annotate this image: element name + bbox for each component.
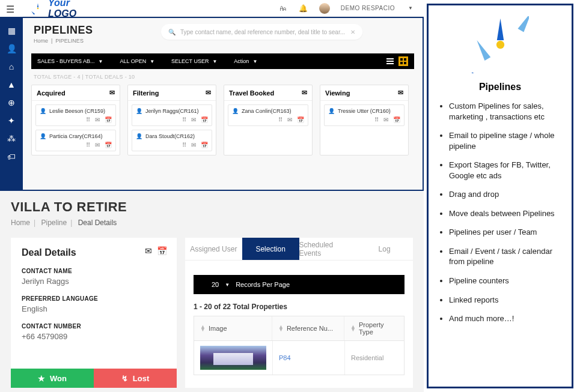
drag-icon[interactable]: ⠿ xyxy=(374,116,379,123)
deal-card[interactable]: 👤Dara Stoudt(CR162) ⠿ ✉ 📅 xyxy=(132,130,212,151)
filter-user[interactable]: SELECT USER▼ xyxy=(171,58,217,64)
deal-breadcrumb: Home| Pipeline| Deal Details xyxy=(11,219,413,227)
drag-icon[interactable]: ⠿ xyxy=(86,142,90,148)
crumb-home[interactable]: Home xyxy=(11,219,30,227)
drag-icon[interactable]: ⠿ xyxy=(278,116,282,123)
mail-icon[interactable]: ✉ xyxy=(383,116,388,123)
deal-card[interactable]: 👤Zana Conlin(CR163) ⠿ ✉ 📅 xyxy=(228,104,308,126)
tab-assigned[interactable]: Assigned User xyxy=(185,238,242,260)
nav-dashboard-icon[interactable]: ▦ xyxy=(0,22,23,40)
label-number: CONTACT NUMBER xyxy=(22,323,166,330)
crumb-home[interactable]: Home xyxy=(34,38,48,44)
left-nav: ▦ 👤 ⌂ ▲ ⊕ ✦ ⁂ 🏷 xyxy=(0,17,23,191)
lost-button[interactable]: ↯Lost xyxy=(94,369,177,388)
col-image[interactable]: ▲▼Image xyxy=(194,316,272,340)
deal-card[interactable]: 👤Leslie Beeson (CR159) ⠿ ✉ 📅 xyxy=(35,104,116,126)
pipelines-panel: PIPELINES Home | PIPELINES 🔍 Type contac… xyxy=(23,17,424,191)
drag-icon[interactable]: ⠿ xyxy=(86,116,90,123)
tab-log[interactable]: Log xyxy=(356,238,413,260)
deal-details-card: Deal Details ✉ 📅 CONTACT NAME Jerilyn Ra… xyxy=(11,238,177,388)
envelope-icon[interactable]: ✉ xyxy=(398,89,403,97)
records-per-page[interactable]: 20 ▼ Records Per Page xyxy=(194,275,405,294)
user-dropdown-icon[interactable]: ▼ xyxy=(406,4,415,13)
drag-icon[interactable]: ⠿ xyxy=(182,142,186,148)
property-table: ▲▼Image ▲▼Reference Nu... ▲▼Property Typ… xyxy=(194,316,405,375)
nav-user-icon[interactable]: ▲ xyxy=(0,76,23,94)
deal-details-title: Deal Details xyxy=(22,247,166,258)
menu-toggle[interactable]: ☰ xyxy=(6,4,14,15)
nav-org-icon[interactable]: ⁂ xyxy=(0,130,23,148)
search-icon: 🔍 xyxy=(168,29,176,35)
info-item: Custom Pipelines for sales, marketing , … xyxy=(449,101,567,122)
deal-name: Leslie Beeson (CR159) xyxy=(49,108,105,114)
filter-open[interactable]: ALL OPEN▼ xyxy=(120,58,154,64)
info-item: Move deals between Pipelines xyxy=(449,208,567,219)
avatar[interactable] xyxy=(319,3,330,14)
mail-icon[interactable]: ✉ xyxy=(95,142,100,148)
person-icon: 👤 xyxy=(136,133,142,139)
nav-home-icon[interactable]: ⌂ xyxy=(0,58,23,76)
crumb-current: PIPELINES xyxy=(55,38,84,44)
deal-card[interactable]: 👤Jerilyn Raggs(CR161) ⠿ ✉ 📅 xyxy=(132,104,212,126)
deal-card[interactable]: 👤Tressie Utter (CR160) ⠿ ✉ 📅 xyxy=(324,104,405,126)
calendar-icon[interactable]: 📅 xyxy=(393,116,400,123)
mail-icon[interactable]: ✉ xyxy=(191,142,196,148)
search-input[interactable]: 🔍 Type contact name, deal reference numb… xyxy=(161,24,362,40)
translate-icon[interactable]: 🗛 xyxy=(278,4,288,13)
user-name[interactable]: DEMO RESPACIO xyxy=(341,5,395,11)
envelope-icon[interactable]: ✉ xyxy=(302,89,307,97)
crumb-pipeline[interactable]: Pipeline xyxy=(41,219,67,227)
tab-events[interactable]: Scheduled Events xyxy=(299,238,356,260)
calendar-icon[interactable]: 📅 xyxy=(105,116,112,123)
logo: Your LOGO xyxy=(31,0,76,19)
svg-rect-2 xyxy=(386,61,394,62)
info-item: Email / Event / task / calendar from pip… xyxy=(449,246,567,267)
col-reference[interactable]: ▲▼Reference Nu... xyxy=(272,316,344,340)
chevron-down-icon: ▼ xyxy=(225,282,230,288)
selection-pane: Assigned User Selection Scheduled Events… xyxy=(185,238,413,388)
bell-icon[interactable]: 🔔 xyxy=(299,4,308,13)
calendar-icon[interactable]: 📅 xyxy=(105,142,112,148)
stage-column: Acquired✉ 👤Leslie Beeson (CR159) ⠿ ✉ 📅 👤… xyxy=(31,85,120,155)
nav-person-icon[interactable]: 👤 xyxy=(0,40,23,58)
info-list: Custom Pipelines for sales, marketing , … xyxy=(433,101,567,324)
info-item: And much more…! xyxy=(449,313,567,324)
rpp-label: Records Per Page xyxy=(236,281,290,288)
calendar-icon[interactable]: 📅 xyxy=(297,116,304,123)
nav-tag-icon[interactable]: 🏷 xyxy=(0,148,23,166)
won-button[interactable]: ★Won xyxy=(11,369,94,388)
calendar-icon[interactable]: 📅 xyxy=(157,246,167,256)
col-type[interactable]: ▲▼Property Type xyxy=(344,316,404,340)
table-row[interactable]: P84 Residential xyxy=(194,341,405,375)
property-thumb xyxy=(200,346,266,370)
mail-icon[interactable]: ✉ xyxy=(287,116,292,123)
grid-view-icon[interactable] xyxy=(398,56,408,66)
email-icon[interactable]: ✉ xyxy=(145,246,152,256)
mail-icon[interactable]: ✉ xyxy=(191,116,196,123)
person-icon: 👤 xyxy=(40,133,46,139)
svg-rect-3 xyxy=(386,63,394,64)
filter-action[interactable]: Action▼ xyxy=(234,58,257,64)
info-logo-icon xyxy=(433,16,567,73)
drag-icon[interactable]: ⠿ xyxy=(182,116,186,123)
list-view-icon[interactable] xyxy=(385,56,395,66)
info-item: Pipeline counters xyxy=(449,276,567,286)
deal-page: VILLA TO RETIRE Home| Pipeline| Deal Det… xyxy=(0,191,424,392)
search-placeholder: Type contact name, deal reference number… xyxy=(180,29,345,35)
envelope-icon[interactable]: ✉ xyxy=(109,89,115,97)
mail-icon[interactable]: ✉ xyxy=(95,116,100,123)
envelope-icon[interactable]: ✉ xyxy=(206,89,211,97)
stages-row: Acquired✉ 👤Leslie Beeson (CR159) ⠿ ✉ 📅 👤… xyxy=(23,85,423,155)
clear-search-icon[interactable]: ✕ xyxy=(350,29,355,35)
calendar-icon[interactable]: 📅 xyxy=(201,142,208,148)
deal-card[interactable]: 👤Particia Crary(CR164) ⠿ ✉ 📅 xyxy=(35,130,116,151)
logo-mark-icon xyxy=(31,2,44,15)
tab-selection[interactable]: Selection xyxy=(242,238,299,260)
person-icon: 👤 xyxy=(328,108,335,114)
nav-gift-icon[interactable]: ✦ xyxy=(0,112,23,130)
topbar: Your LOGO 🗛 🔔 DEMO RESPACIO ▼ xyxy=(23,0,424,17)
nav-globe-icon[interactable]: ⊕ xyxy=(0,94,23,112)
filter-sales[interactable]: SALES - BUYERS AB...▼ xyxy=(37,58,103,64)
calendar-icon[interactable]: 📅 xyxy=(201,116,208,123)
cell-ref[interactable]: P84 xyxy=(273,341,345,375)
